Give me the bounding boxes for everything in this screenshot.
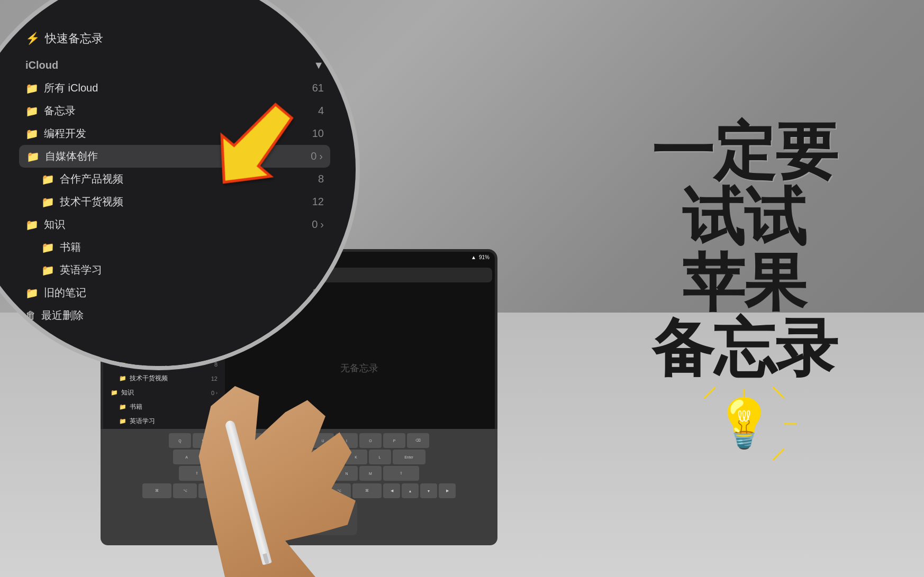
- hand-with-pencil: [148, 355, 413, 577]
- circle-sub-3[interactable]: 📁 书籍: [15, 236, 334, 259]
- hand: [175, 376, 376, 577]
- full-scene: ▲ 91% ••• ⚡ 快速备忘录 2 iClo: [0, 0, 924, 577]
- chevron-down-large-icon: ▼: [313, 59, 324, 71]
- folder-icon-lg: 📁: [25, 127, 39, 140]
- right-text-panel: 一定要 试试 苹果 备忘录 💡: [564, 0, 924, 577]
- status-bar: ▲ 91%: [471, 254, 490, 260]
- folder-icon-lg: 📁: [41, 196, 55, 208]
- title-line-3: 苹果: [682, 250, 806, 316]
- folder-icon-lg: 📁: [25, 287, 39, 299]
- circle-item-6[interactable]: 🗑 最近删除 3: [15, 304, 334, 327]
- folder-icon-lg: 📁: [25, 82, 39, 95]
- circle-item-4[interactable]: 📁 知识 0 ›: [15, 213, 334, 236]
- folder-icon-lg: 📁: [41, 264, 55, 277]
- key-down[interactable]: ▼: [420, 483, 437, 498]
- folder-icon: 📁: [119, 418, 126, 425]
- chevron-right-2-icon: ›: [320, 218, 324, 231]
- circle-item-1[interactable]: 📁 所有 iCloud 61: [15, 77, 334, 99]
- title-line-1: 一定要: [651, 119, 837, 185]
- circle-item-5[interactable]: 📁 旧的笔记 19: [15, 281, 334, 304]
- key-right[interactable]: ▶: [439, 483, 456, 498]
- folder-icon-lg: 📁: [41, 173, 55, 186]
- lightbulb-area: 💡: [691, 389, 797, 458]
- folder-icon-active: 📁: [26, 150, 40, 163]
- chevron-right-icon: ›: [319, 150, 323, 162]
- flash-icon-large: ⚡: [25, 32, 40, 45]
- trash-icon-lg: 🗑: [25, 309, 36, 322]
- circle-sub-2[interactable]: 📁 技术干货视频 12: [15, 190, 334, 213]
- wifi-icon: ▲: [471, 254, 476, 260]
- sparkle-top-right: [772, 387, 784, 399]
- title-line-4: 备忘录: [651, 316, 837, 381]
- folder-icon: 📁: [119, 375, 126, 382]
- sparkle-right: [784, 423, 797, 424]
- title-line-2: 试试: [682, 185, 806, 250]
- folder-icon: 📁: [119, 404, 126, 410]
- folder-icon-lg: 📁: [25, 105, 39, 117]
- sparkle-bottom-right: [772, 448, 784, 461]
- lightbulb-emoji: 💡: [714, 396, 774, 451]
- folder-icon-lg: 📁: [25, 218, 39, 231]
- folder-icon-lg: 📁: [41, 241, 55, 254]
- circle-icloud-header: iCloud ▼: [15, 54, 334, 77]
- battery-indicator: 91%: [479, 254, 490, 260]
- circle-sub-4[interactable]: 📁 英语学习: [15, 259, 334, 281]
- circle-quick-note[interactable]: ⚡ 快速备忘录 2: [15, 25, 334, 52]
- folder-icon: 📁: [111, 389, 118, 396]
